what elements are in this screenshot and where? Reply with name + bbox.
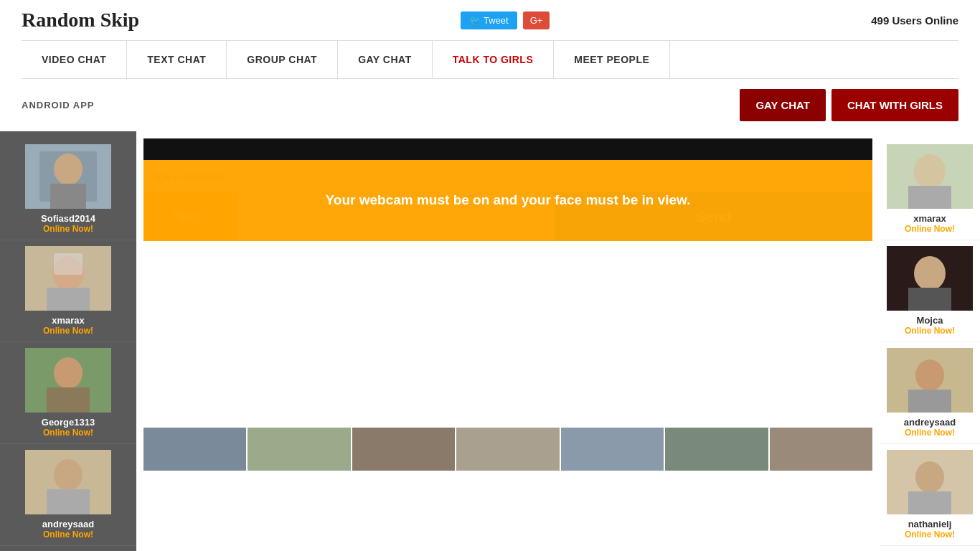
svg-rect-16 bbox=[908, 186, 951, 209]
user-4-status: Online Now! bbox=[7, 529, 129, 540]
sidebar-right-user-1[interactable]: xmarax Online Now! bbox=[880, 138, 980, 240]
chat-with-girls-button[interactable]: CHAT WITH GIRLS bbox=[831, 89, 958, 121]
right-user-3-avatar bbox=[887, 348, 973, 413]
user-4-avatar-img bbox=[25, 450, 111, 514]
nav-item-video-chat[interactable]: VIDEO CHAT bbox=[22, 41, 127, 78]
sub-header-buttons: GAY CHAT CHAT WITH GIRLS bbox=[740, 89, 958, 121]
user-2-status: Online Now! bbox=[7, 326, 129, 336]
sidebar-left-user-2[interactable]: xmarax Online Now! bbox=[0, 240, 136, 342]
svg-rect-10 bbox=[47, 387, 90, 413]
user-4-name: andreysaad bbox=[7, 519, 129, 529]
user-3-avatar bbox=[25, 348, 111, 413]
user-1-avatar-img bbox=[25, 144, 111, 209]
overlay-message: Your webcam must be on and your face mus… bbox=[304, 190, 712, 211]
user-2-name: xmarax bbox=[7, 315, 129, 326]
svg-point-2 bbox=[54, 154, 83, 185]
gplus-button[interactable]: G+ bbox=[523, 11, 550, 29]
twitter-icon: 🐦 bbox=[469, 15, 481, 26]
right-user-4-avatar bbox=[887, 450, 973, 514]
chat-region: Next Send Your webcam must be on and you… bbox=[143, 160, 872, 241]
right-user-3-status: Online Now! bbox=[884, 428, 976, 438]
right-user-2-name: Mojca bbox=[884, 315, 976, 326]
main-nav: VIDEO CHAT TEXT CHAT GROUP CHAT GAY CHAT… bbox=[22, 40, 958, 79]
right-user-1-img bbox=[887, 144, 973, 209]
svg-point-18 bbox=[914, 256, 946, 291]
header-social-buttons: 🐦 Tweet G+ bbox=[461, 11, 550, 29]
user-2-avatar bbox=[25, 246, 111, 311]
svg-point-9 bbox=[54, 357, 83, 389]
thumb-2[interactable] bbox=[248, 428, 350, 471]
user-3-status: Online Now! bbox=[7, 428, 129, 438]
svg-point-24 bbox=[915, 461, 944, 493]
nav-item-meet-people[interactable]: MEET PEOPLE bbox=[554, 41, 670, 78]
nav-item-text-chat[interactable]: TEXT CHAT bbox=[127, 41, 227, 78]
right-user-4-img bbox=[887, 450, 973, 514]
users-online-count: 499 Users Online bbox=[871, 14, 958, 27]
right-user-2-img bbox=[887, 246, 973, 311]
right-user-4-status: Online Now! bbox=[884, 529, 976, 540]
svg-point-21 bbox=[915, 359, 944, 391]
webcam-bar bbox=[143, 138, 872, 160]
right-user-2-avatar bbox=[887, 246, 973, 311]
right-user-2-status: Online Now! bbox=[884, 326, 976, 336]
tweet-button[interactable]: 🐦 Tweet bbox=[461, 11, 517, 29]
header: Random Skip 🐦 Tweet G+ 499 Users Online bbox=[0, 0, 980, 40]
user-3-avatar-img bbox=[25, 348, 111, 413]
svg-point-15 bbox=[914, 154, 946, 189]
center-content: Next Send Your webcam must be on and you… bbox=[136, 131, 880, 551]
user-1-avatar bbox=[25, 144, 111, 209]
tweet-label: Tweet bbox=[484, 15, 509, 26]
thumb-4[interactable] bbox=[456, 428, 559, 471]
sidebar-right-user-2[interactable]: Mojca Online Now! bbox=[880, 240, 980, 342]
webcam-warning-overlay: Your webcam must be on and your face mus… bbox=[143, 160, 872, 241]
user-1-status: Online Now! bbox=[7, 224, 129, 234]
bottom-thumbnails bbox=[143, 428, 872, 471]
thumb-7[interactable] bbox=[770, 428, 872, 471]
right-user-1-avatar bbox=[887, 144, 973, 209]
nav-item-group-chat[interactable]: GROUP CHAT bbox=[227, 41, 338, 78]
sidebar-right-user-4[interactable]: nathanielj Online Now! bbox=[880, 444, 980, 546]
svg-rect-7 bbox=[54, 253, 83, 275]
user-2-avatar-img bbox=[25, 246, 111, 311]
right-user-3-name: andreysaad bbox=[884, 417, 976, 428]
right-user-1-status: Online Now! bbox=[884, 224, 976, 234]
sidebar-left: Sofiasd2014 Online Now! xmarax Online No… bbox=[0, 131, 136, 551]
user-4-avatar bbox=[25, 450, 111, 514]
android-app-label: ANDROID APP bbox=[22, 100, 95, 110]
buttons-row-container: Next Send Your webcam must be on and you… bbox=[143, 192, 872, 241]
right-user-4-name: nathanielj bbox=[884, 519, 976, 529]
sidebar-left-user-3[interactable]: George1313 Online Now! bbox=[0, 342, 136, 444]
thumb-6[interactable] bbox=[665, 428, 768, 471]
sidebar-right-user-3[interactable]: andreysaad Online Now! bbox=[880, 342, 980, 444]
main-content: Sofiasd2014 Online Now! xmarax Online No… bbox=[0, 131, 980, 551]
nav-item-talk-to-girls[interactable]: TALK TO GIRLS bbox=[433, 41, 555, 78]
gay-chat-button[interactable]: GAY CHAT bbox=[740, 89, 826, 121]
svg-rect-22 bbox=[908, 390, 951, 413]
svg-rect-6 bbox=[47, 288, 90, 311]
right-user-1-name: xmarax bbox=[884, 213, 976, 224]
svg-rect-19 bbox=[908, 288, 951, 311]
sidebar-left-user-4[interactable]: andreysaad Online Now! bbox=[0, 444, 136, 546]
thumb-1[interactable] bbox=[143, 428, 246, 471]
user-3-name: George1313 bbox=[7, 417, 129, 428]
nav-item-gay-chat[interactable]: GAY CHAT bbox=[338, 41, 433, 78]
sidebar-right: xmarax Online Now! Mojca Online Now! bbox=[880, 131, 980, 551]
site-logo: Random Skip bbox=[22, 9, 139, 32]
user-1-name: Sofiasd2014 bbox=[7, 213, 129, 224]
sub-header: ANDROID APP GAY CHAT CHAT WITH GIRLS bbox=[22, 79, 958, 131]
svg-point-12 bbox=[54, 459, 83, 491]
svg-rect-3 bbox=[50, 184, 86, 209]
sidebar-left-user-1[interactable]: Sofiasd2014 Online Now! bbox=[0, 138, 136, 240]
right-user-3-img bbox=[887, 348, 973, 413]
svg-rect-25 bbox=[908, 491, 951, 514]
svg-rect-13 bbox=[47, 489, 90, 514]
thumb-3[interactable] bbox=[352, 428, 455, 471]
gplus-label: G+ bbox=[530, 15, 543, 26]
thumb-5[interactable] bbox=[561, 428, 664, 471]
